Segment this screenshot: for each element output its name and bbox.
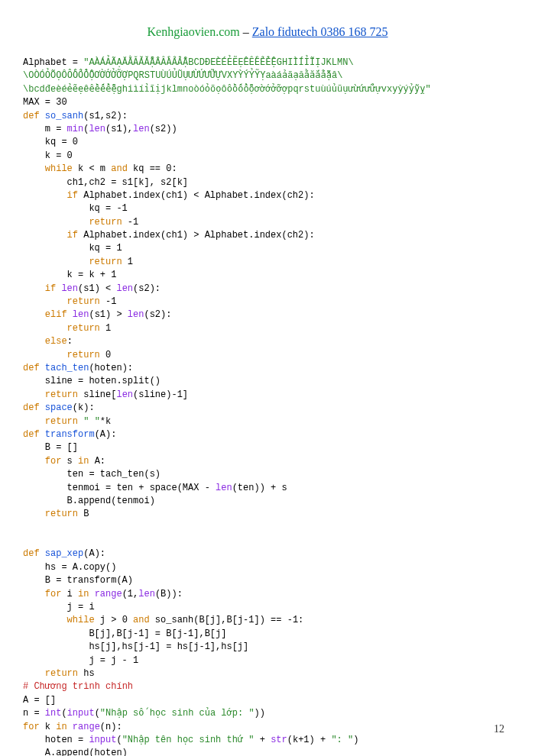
code-token: transform (45, 429, 95, 440)
code-token: " " (83, 416, 100, 427)
code-token: B.append(tenmoi) (23, 496, 155, 506)
code-token: len (216, 483, 232, 493)
code-token: tach_ten (45, 363, 89, 373)
code-token (23, 615, 67, 625)
code-token: len (133, 124, 150, 134)
code-token: i (61, 589, 78, 599)
code-token (23, 296, 67, 307)
code-token: hs = A.copy() (23, 562, 116, 573)
code-token: B = transform(A) (23, 575, 133, 586)
code-token (23, 190, 67, 201)
code-token (23, 230, 67, 241)
code-token: (n): (100, 722, 122, 732)
code-token: kq = 0 (23, 137, 78, 147)
code-token: \bcdđeèéẻẽẹêềếểễệghiìíỉĩịjklmnoòóỏõọôồốổ… (23, 84, 431, 95)
code-token: Alphabet.index(ch1) < Alphabet.index(ch2… (78, 190, 315, 201)
code-token: len (73, 309, 89, 320)
code-token: (s1) > (89, 309, 127, 320)
code-token: def (23, 363, 40, 373)
code-token: "AÀÁẢÃẠĂẰẮẲẴẶÂẦẤẨẪẬBCDĐEÈÉẺẼẸÊỀẾỂỄỆGHIÌÍ… (83, 57, 353, 68)
code-token: kq == 0: (128, 163, 177, 174)
code-token: (s1) < (78, 283, 116, 294)
code-token: ch1,ch2 = s1[k], s2[k] (23, 177, 188, 188)
code-token: MAX = 30 (23, 97, 67, 108)
code-token (40, 429, 45, 440)
code-token: len (89, 124, 105, 134)
code-token: )) (255, 708, 265, 719)
code-token: (s2): (133, 283, 160, 294)
header-dash: – (240, 25, 252, 38)
code-token (23, 163, 45, 174)
code-token: tenmoi = ten + space(MAX - (23, 483, 216, 493)
code-token (23, 389, 45, 400)
code-token: \OÒÓỎÕỌÔỒỐỔỖỘƠỜỚỞỠỢPQRSTUÙÚỦŨỤƯỪỨỬỮỰVXYỲ… (23, 70, 342, 81)
code-token: len (138, 589, 155, 599)
code-token: hs[j],hs[j-1] = hs[j-1],hs[j] (23, 641, 248, 652)
code-token (23, 257, 89, 267)
code-token (67, 309, 73, 320)
code-token: k < m (73, 163, 111, 174)
code-token (40, 402, 45, 413)
code-token: in (78, 589, 89, 599)
code-token: hoten = (23, 735, 89, 745)
code-token: return (89, 257, 122, 267)
code-token: # Chương trình chính (23, 681, 133, 692)
code-token: k (40, 722, 57, 732)
code-token: sline[ (78, 389, 116, 400)
code-token: def (23, 548, 40, 559)
code-token: -1 (100, 296, 117, 307)
site-name: Kenhgiaovien.com (147, 25, 239, 38)
code-token: so_sanh(B[j],B[j-1]) == -1: (150, 615, 304, 625)
code-token: (ten)) + s (232, 483, 287, 493)
code-token: j > 0 (95, 615, 133, 625)
code-token: while (67, 615, 95, 625)
code-token: return (45, 509, 78, 519)
code-token: (1, (122, 589, 139, 599)
code-token: (B)): (155, 589, 183, 599)
code-token: sap_xep (45, 548, 83, 559)
code-token: so_sanh (45, 111, 83, 121)
code-token (23, 283, 45, 294)
code-token: (hoten): (89, 363, 133, 373)
code-token: int (45, 708, 62, 719)
code-token (23, 589, 45, 599)
code-token: len (116, 283, 133, 294)
code-token (23, 456, 45, 467)
code-token: str (271, 735, 287, 745)
code-token: (sline)-1] (133, 389, 188, 400)
zalo-link[interactable]: Zalo fidutech 0386 168 725 (252, 25, 388, 38)
code-token: def (23, 429, 40, 440)
code-token: 0 (100, 350, 111, 360)
code-token: return (67, 296, 100, 307)
code-token: A: (89, 456, 105, 467)
code-token (40, 548, 45, 559)
code-token: B[j],B[j-1] = B[j-1],B[j] (23, 628, 226, 639)
code-token: j = i (23, 602, 95, 612)
code-token: return (67, 350, 100, 360)
code-token: return (89, 217, 122, 228)
code-block: Alphabet = "AÀÁẢÃẠĂẰẮẲẴẶÂẦẤẨẪẬBCDĐEÈÉẺẼẸ… (23, 57, 512, 756)
code-token: elif (45, 309, 67, 320)
code-token: *k (100, 416, 111, 427)
code-token: ( (116, 735, 122, 745)
code-token: (s2)) (150, 124, 177, 134)
code-token: (s1), (105, 124, 133, 134)
code-token: min (67, 124, 84, 134)
code-token: m = (23, 124, 67, 134)
code-token: k = 0 (23, 150, 73, 161)
code-token: j = j - 1 (23, 655, 138, 666)
code-token: in (56, 722, 66, 732)
code-token: ( (61, 708, 66, 719)
code-token: and (133, 615, 150, 625)
code-token: range (95, 589, 122, 599)
code-token: return (45, 389, 78, 400)
code-token: and (111, 163, 128, 174)
code-token: (k+1) + (287, 735, 332, 745)
code-token: A.append(hoten) (23, 748, 128, 756)
code-token: + (255, 735, 271, 745)
code-token: def (23, 111, 40, 121)
code-token: -1 (122, 217, 139, 228)
code-token: (s1,s2): (83, 111, 128, 121)
code-token: "Nhập số học sinh của lớp: " (100, 708, 255, 719)
code-token: (A): (83, 548, 105, 559)
